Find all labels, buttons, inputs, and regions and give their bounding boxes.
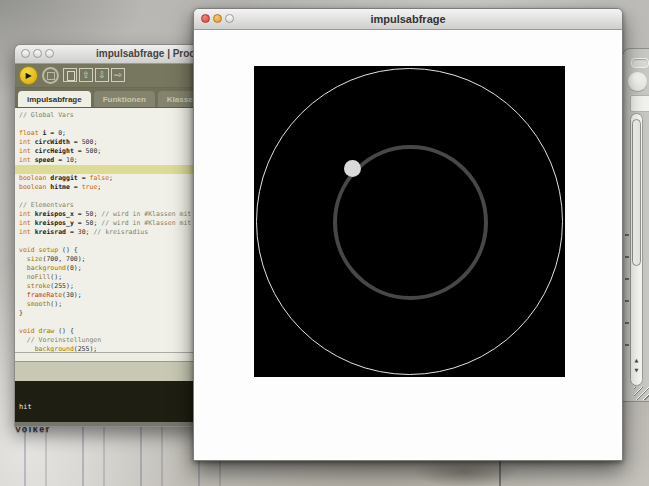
- export-icon: ⇨: [114, 70, 122, 80]
- sketch-title-bar[interactable]: impulsabfrage: [194, 9, 622, 30]
- sketch-canvas[interactable]: [254, 66, 565, 377]
- run-button[interactable]: ▶: [19, 66, 38, 85]
- export-button[interactable]: ⇨: [111, 68, 125, 82]
- scroll-down-icon[interactable]: ▼: [631, 367, 642, 373]
- tab-impulsabfrage[interactable]: impulsabfrage: [18, 91, 91, 107]
- zoom-button[interactable]: [45, 49, 54, 58]
- stop-button[interactable]: [42, 67, 59, 84]
- open-icon: ⇧: [82, 70, 90, 80]
- minimize-button[interactable]: [33, 49, 42, 58]
- sketch-window-title: impulsabfrage: [194, 13, 622, 25]
- open-button[interactable]: ⇧: [79, 68, 93, 82]
- tab-funktionen[interactable]: Funktionen: [94, 91, 155, 107]
- vertical-scrollbar[interactable]: ▲ ▼: [630, 113, 643, 386]
- draggable-ball[interactable]: [344, 160, 361, 177]
- save-button[interactable]: ⇩: [95, 68, 109, 82]
- ruler-ticks: [625, 234, 629, 359]
- stop-icon: [47, 72, 55, 80]
- scroll-up-icon[interactable]: ▲: [631, 357, 642, 363]
- save-icon: ⇩: [98, 70, 106, 80]
- new-file-icon: [67, 71, 75, 81]
- window-round-button[interactable]: [628, 72, 647, 91]
- window-pill-button[interactable]: [631, 58, 649, 68]
- sketch-output-window[interactable]: impulsabfrage: [193, 8, 623, 461]
- window-panel-chip: [630, 95, 649, 112]
- desktop: { "desktop": { "graffiti": "Volker" }, "…: [0, 0, 649, 486]
- background-window-fragment[interactable]: ▲ ▼: [622, 48, 649, 402]
- play-icon: ▶: [25, 71, 31, 80]
- new-sketch-button[interactable]: [63, 68, 77, 82]
- close-button[interactable]: [21, 49, 30, 58]
- resize-grip[interactable]: [634, 387, 649, 400]
- scrollbar-thumb[interactable]: [632, 119, 641, 266]
